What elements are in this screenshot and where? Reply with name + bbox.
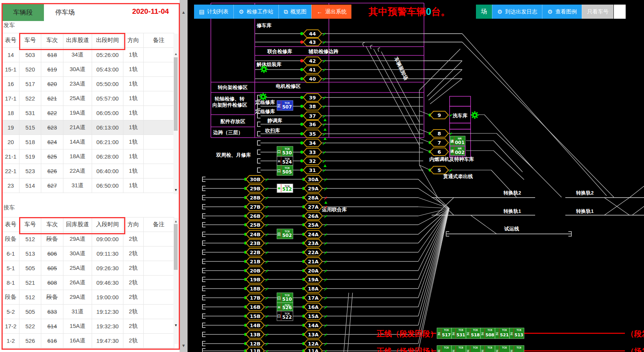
track-badge-27A[interactable]: 27A [304,203,322,211]
track-badge-19B[interactable]: 19B [246,276,264,283]
table-row[interactable]: 段备512段备29A道09:00:002轨 [2,232,174,247]
train-box-512[interactable]: ✳TC6512 [277,184,293,193]
table-row[interactable]: 5-250563331道19:12:302轨 [2,305,174,319]
train-box-531[interactable]: 正TC6531 [451,328,466,339]
page-scrollbar[interactable]: ▲ ▼ [180,0,188,352]
track-badge-27B[interactable]: 27B [246,203,264,211]
track-badge-20A[interactable]: 20A [304,267,322,274]
track-badge-23B[interactable]: 23B [246,239,264,247]
track-badge-11A[interactable]: 11A [304,347,322,352]
track-badge-16B[interactable]: 16B [246,303,264,311]
track-badge-39[interactable]: 39 [303,94,322,101]
只看车号-button[interactable]: 只看车号 [582,5,613,19]
train-box-517[interactable]: 正TC6517 [437,328,451,339]
track-badge-25A[interactable]: 25A [304,221,322,229]
track-badge-28B[interactable]: 28B [246,194,264,201]
train-box-blank[interactable]: 正TC6 [437,346,451,352]
track-badge-40[interactable]: 40 [303,75,322,83]
table-row[interactable]: 1853162219A道06:05:001轨 [2,106,174,120]
场-button[interactable]: 场 [476,5,492,19]
tab-depot[interactable]: 车辆段 [2,4,44,21]
arrival-scrollbar[interactable]: ▲ ▼ [173,218,178,344]
table-row[interactable]: 17-152262125A道05:57:001轨 [2,91,174,106]
track-badge-13B[interactable]: 13B [246,331,264,338]
tab-parking-lot[interactable]: 停车场 [44,4,86,21]
track-badge-15B[interactable]: 15B [246,312,264,320]
track-badge-30B[interactable]: 30B [246,175,264,183]
track-badge-5[interactable]: 5 [430,166,448,174]
track-badge-26A[interactable]: 26A [304,212,322,220]
scroll-thumb[interactable] [174,57,178,131]
track-badge-41[interactable]: 41 [303,66,322,73]
scroll-up-icon[interactable]: ▲ [173,219,178,223]
查看图例-button[interactable]: ⚙查看图例 [542,5,581,19]
track-badge-20B[interactable]: 20B [246,267,264,274]
track-badge-24B[interactable]: 24B [246,230,264,238]
scroll-down-icon[interactable]: ▼ [173,188,178,192]
track-badge-38[interactable]: 38 [303,102,322,110]
track-badge-23A[interactable]: 23A [304,239,322,247]
table-row[interactable]: 21-151962518A道06:28:001轨 [2,149,174,164]
track-badge-28A[interactable]: 28A [304,194,322,201]
track-badge-29A[interactable]: 29A [304,185,322,192]
train-box-524[interactable]: HTC6524 [277,156,293,165]
table-row[interactable]: 1651762023A道05:50:001轨 [2,77,174,91]
train-box-blank[interactable]: 正TC6 [481,346,495,352]
table-row[interactable]: 2351462731道06:50:001轨 [2,178,174,193]
track-badge-14A[interactable]: 14A [304,321,322,329]
track-badge-44[interactable]: 44 [303,30,322,37]
track-badge-17A[interactable]: 17A [304,294,322,302]
track-badge-43[interactable]: 43 [303,38,322,46]
table-row[interactable]: 1951562321A道06:13:001轨 [2,120,174,135]
track-badge-17B[interactable]: 17B [246,294,264,302]
train-box-blank[interactable]: 正TC6 [495,346,510,352]
scroll-up-icon[interactable]: ▲ [180,10,188,15]
track-badge-22B[interactable]: 22B [246,248,264,256]
track-badge-30A[interactable]: 30A [304,175,322,183]
概览图-button[interactable]: ⧉概览图 [278,5,312,19]
scroll-down-icon[interactable]: ▼ [180,343,188,348]
train-box-513[interactable]: 正TC6513 [510,328,524,339]
track-badge-29B[interactable]: 29B [246,185,264,192]
track-badge-24A[interactable]: 24A [304,230,322,238]
train-box-526[interactable]: HTC6526 [277,303,293,311]
track-badge-21B[interactable]: 21B [246,258,264,265]
track-badge-37[interactable]: 37 [303,112,322,120]
train-box-522[interactable]: 口TC6522 [277,311,293,321]
到达出发日志-button[interactable]: ⚙到达出发日志 [492,5,542,19]
track-badge-9[interactable]: 9 [430,111,448,119]
train-box-510[interactable]: 口TC6510 [277,293,293,303]
track-badge-8[interactable]: 8 [430,130,448,137]
track-badge-31[interactable]: 31 [303,166,322,174]
table-row[interactable]: 15-152061930A道05:43:001轨 [2,62,174,77]
track-badge-26B[interactable]: 26B [246,212,264,220]
train-box-blank[interactable]: 正TC6 [510,346,524,352]
train-box-521[interactable]: 正TC6521 [495,328,510,339]
track-badge-14B[interactable]: 14B [246,321,264,329]
table-row[interactable]: 1450361834道05:26:001轨 [2,48,174,62]
train-box-518[interactable]: 正TC6518 [466,328,481,339]
train-box-505[interactable]: 口TC6505 [277,165,293,175]
train-box-002[interactable]: 调NR002 [450,146,465,156]
train-box-blank[interactable]: 正TC6 [451,346,466,352]
退出系统-button[interactable]: ←退出系统 [311,5,351,19]
scroll-up-icon[interactable]: ▲ [173,52,178,56]
track-badge-11B[interactable]: 11B [246,347,264,352]
track-badge-6[interactable]: 6 [430,148,448,156]
track-badge-42[interactable]: 42 [303,57,322,65]
track-badge-34[interactable]: 34 [303,139,322,147]
train-box-001[interactable]: 调NR001 [450,136,465,146]
track-badge-12B[interactable]: 12B [246,340,264,347]
track-badge-19A[interactable]: 19A [304,276,322,283]
track-badge-25B[interactable]: 25B [246,221,264,229]
track-badge-35[interactable]: 35 [303,130,322,138]
track-badge-13A[interactable]: 13A [304,331,322,338]
scroll-down-icon[interactable]: ▼ [173,323,178,327]
track-badge-33[interactable]: 33 [303,148,322,156]
train-box-502[interactable]: 日TC6502 [277,229,293,239]
train-box-507[interactable]: 正TC6507 [277,101,293,110]
toolbar-checkbox[interactable] [614,5,626,19]
table-row[interactable]: 5-150560525A道09:26:302轨 [2,261,174,276]
track-badge-12A[interactable]: 12A [304,340,322,347]
track-badge-16A[interactable]: 16A [304,303,322,311]
